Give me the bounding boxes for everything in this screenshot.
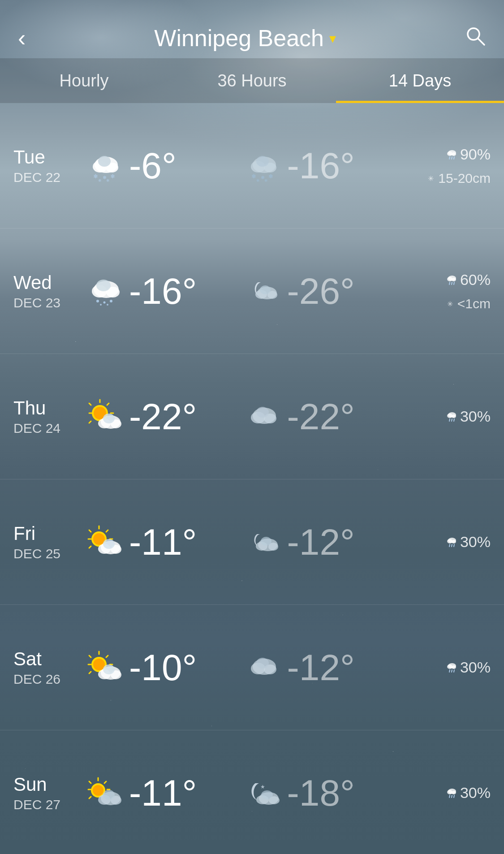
low-temp-thu: -22° [287, 396, 355, 438]
low-weather-fri: -12° [243, 521, 401, 563]
cloud-icon-wed [446, 274, 457, 285]
svg-text:❄: ❄ [98, 178, 102, 183]
high-weather-sun: -11° [85, 772, 243, 814]
high-icon-sat [85, 647, 125, 688]
svg-point-132 [261, 790, 273, 799]
precip-amount-wed: <1cm [457, 293, 491, 315]
svg-point-66 [452, 414, 456, 418]
svg-point-30 [96, 280, 111, 291]
low-icon-thu [243, 397, 284, 437]
day-name-tue: Tue [13, 147, 85, 168]
tab-bar: Hourly 36 Hours 14 Days [0, 58, 504, 103]
day-name-thu: Thu [13, 397, 85, 419]
precip-sun: 30% [401, 781, 491, 805]
high-weather-tue: ❄ ❄ ❄ ❄ ❄ -6° [85, 145, 243, 187]
cloud-icon-thu [446, 410, 457, 422]
search-icon[interactable] [465, 25, 486, 52]
snowflake-icon-tue: ✳ [426, 173, 435, 183]
precip-pct-wed: 60% [460, 267, 491, 292]
precip-pct-thu: 30% [460, 404, 491, 428]
tab-36hours[interactable]: 36 Hours [168, 58, 336, 103]
svg-point-32 [103, 301, 106, 303]
low-icon-wed [243, 271, 284, 311]
svg-line-121 [89, 781, 91, 783]
svg-point-63 [256, 407, 269, 418]
svg-line-115 [454, 670, 454, 672]
high-icon-wed [85, 271, 125, 311]
back-button[interactable]: ‹ [18, 26, 26, 50]
weather-row-wed: Wed DEC 23 -16° [0, 229, 504, 354]
low-weather-sat: -12° [243, 647, 401, 689]
svg-point-59 [103, 414, 115, 423]
precip-pct-tue: 90% [460, 142, 491, 166]
precip-fri: 30% [401, 530, 491, 554]
header: ‹ Winnipeg Beach ▾ [0, 0, 504, 58]
svg-point-34 [100, 304, 102, 306]
chevron-down-icon: ▾ [329, 30, 336, 46]
day-name-sun: Sun [13, 774, 85, 795]
low-temp-sat: -12° [287, 647, 355, 689]
day-date-sat: DEC 26 [13, 672, 85, 687]
day-name-sat: Sat [13, 648, 85, 670]
svg-line-76 [89, 530, 91, 532]
cloud-icon-sun [446, 787, 457, 798]
low-weather-wed: -26° [243, 270, 401, 312]
weather-row-fri: Fri DEC 25 [0, 479, 504, 605]
svg-point-35 [107, 304, 108, 306]
svg-line-90 [449, 544, 450, 547]
svg-text:❄: ❄ [251, 173, 256, 180]
svg-point-5 [98, 156, 111, 167]
svg-line-53 [89, 403, 91, 405]
cloud-rain-icon [446, 148, 457, 160]
low-weather-tue: ❄ ❄ ❄ ❄ ❄ -16° [243, 145, 401, 187]
svg-line-99 [89, 656, 91, 657]
svg-point-127 [103, 790, 115, 800]
day-date-sun: DEC 27 [13, 797, 85, 812]
high-icon-thu [85, 397, 125, 437]
svg-line-123 [89, 797, 91, 798]
svg-text:❄: ❄ [110, 173, 115, 180]
weather-list: Tue DEC 22 ❄ ❄ ❄ ❄ ❄ [0, 103, 504, 854]
svg-line-55 [89, 421, 91, 423]
svg-line-136 [449, 795, 450, 798]
cloud-icon-fri [446, 536, 457, 548]
svg-line-101 [89, 672, 91, 673]
tab-hourly[interactable]: Hourly [0, 58, 168, 103]
high-weather-sat: -10° [85, 647, 243, 689]
weather-row-sun: Sun DEC 27 -11 [0, 730, 504, 854]
svg-text:❄: ❄ [264, 178, 268, 183]
svg-text:❄: ❄ [268, 173, 273, 180]
city-name: Winnipeg Beach [154, 25, 324, 52]
svg-line-44 [452, 282, 452, 285]
precip-pct-fri: 30% [460, 530, 491, 554]
svg-text:❄: ❄ [93, 173, 98, 180]
svg-line-137 [452, 795, 452, 798]
high-temp-sat: -10° [129, 647, 197, 689]
svg-line-114 [452, 670, 452, 672]
svg-line-69 [454, 419, 454, 421]
high-weather-wed: -16° [85, 270, 243, 312]
day-label-tue: Tue DEC 22 [13, 147, 85, 185]
city-title[interactable]: Winnipeg Beach ▾ [154, 25, 336, 52]
weather-row-thu: Thu DEC 24 [0, 354, 504, 479]
svg-line-78 [89, 546, 91, 548]
tab-14days[interactable]: 14 Days [336, 58, 504, 103]
precip-tue: 90% ✳ 15-20cm [401, 142, 491, 189]
svg-line-113 [449, 670, 450, 672]
day-label-wed: Wed DEC 23 [13, 272, 85, 311]
day-date-fri: DEC 25 [13, 546, 85, 561]
precip-pct-sun: 30% [460, 781, 491, 805]
precip-wed: 60% ✳ <1cm [401, 267, 491, 314]
day-label-thu: Thu DEC 24 [13, 397, 85, 436]
svg-line-24 [452, 157, 452, 159]
day-date-thu: DEC 24 [13, 421, 85, 436]
svg-line-68 [452, 419, 452, 421]
svg-point-109 [256, 658, 269, 669]
svg-point-39 [260, 285, 271, 294]
low-icon-fri [243, 522, 284, 562]
low-icon-sun: ★ [243, 773, 284, 813]
high-temp-tue: -6° [129, 145, 177, 187]
precip-amount-tue: 15-20cm [438, 168, 491, 189]
day-label-fri: Fri DEC 25 [13, 523, 85, 561]
day-label-sun: Sun DEC 27 [13, 774, 85, 812]
